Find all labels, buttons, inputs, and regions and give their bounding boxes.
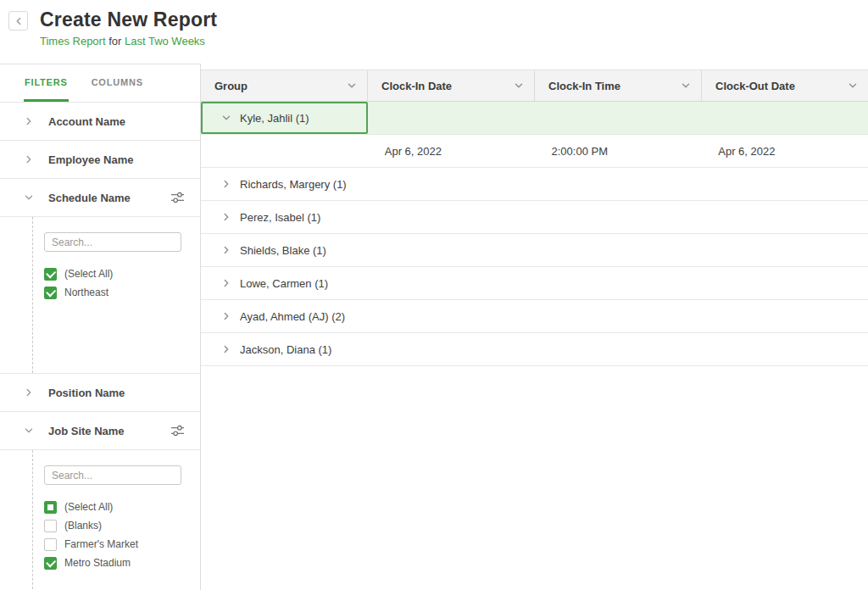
group-row-filler <box>368 201 868 233</box>
checkbox-checked[interactable] <box>44 287 57 299</box>
checkbox-unchecked[interactable] <box>44 538 57 551</box>
filter-search-input[interactable] <box>44 232 181 252</box>
table-group-row[interactable]: Perez, Isabel (1) <box>201 201 868 234</box>
chevron-right-icon <box>24 154 34 164</box>
chevron-left-icon <box>14 16 24 26</box>
group-cell[interactable]: Jackson, Diana (1) <box>201 333 368 365</box>
group-row-filler <box>368 267 868 299</box>
filter-section-employee-name: Employee Name <box>0 141 200 179</box>
filter-option[interactable]: Northeast <box>44 283 185 302</box>
filter-section-label: Account Name <box>48 115 125 128</box>
page-header: Create New Report Times Report for Last … <box>0 0 868 64</box>
filter-section-header[interactable]: Employee Name <box>0 141 200 179</box>
filter-option[interactable]: (Select All) <box>44 498 185 516</box>
filter-panel-body: (Select All)(Blanks)Farmer's MarketMetro… <box>32 450 200 590</box>
chevron-down-icon <box>24 426 34 436</box>
chevron-right-icon <box>221 311 231 321</box>
column-header[interactable]: Clock-In Time <box>535 70 702 101</box>
tab-columns[interactable]: COLUMNS <box>91 64 144 102</box>
column-header-label: Clock-In Time <box>548 80 620 92</box>
filters-sidebar: FILTERSCOLUMNS Account NameEmployee Name… <box>0 64 201 590</box>
column-header[interactable]: Group <box>201 70 368 101</box>
group-row-filler <box>368 300 868 332</box>
filter-panel: (Select All)Northeast <box>0 217 200 374</box>
report-table: GroupClock-In DateClock-In TimeClock-Out… <box>201 64 868 590</box>
filter-section-position-name: Position Name <box>0 374 200 412</box>
chevron-down-icon <box>24 192 34 203</box>
group-cell[interactable]: Kyle, Jahlil (1) <box>201 102 368 134</box>
filter-option[interactable]: Metro Stadium <box>44 554 185 572</box>
filter-option-label: Northeast <box>64 287 108 298</box>
chevron-down-icon[interactable] <box>848 81 858 91</box>
group-cell[interactable]: Shields, Blake (1) <box>201 234 368 266</box>
checkbox-checked[interactable] <box>44 268 57 281</box>
filter-section-header[interactable]: Account Name <box>0 103 200 141</box>
group-cell[interactable]: Richards, Margery (1) <box>201 168 368 200</box>
page-title: Create New Report <box>40 8 217 31</box>
create-report-page: Create New Report Times Report for Last … <box>0 0 868 590</box>
chevron-down-icon <box>221 113 231 123</box>
filter-sections: Account NameEmployee NameSchedule Name(S… <box>0 103 200 590</box>
table-data-row[interactable]: Apr 6, 20222:00:00 PMApr 6, 2022 <box>201 135 868 168</box>
filter-option[interactable]: Farmer's Market <box>44 535 185 554</box>
chevron-right-icon <box>221 179 231 189</box>
column-header-label: Clock-In Date <box>381 80 452 92</box>
report-subtitle: Times Report for Last Two Weeks <box>40 35 217 47</box>
group-row-label: Richards, Margery (1) <box>240 178 347 191</box>
chevron-down-icon[interactable] <box>681 81 691 91</box>
group-row-label: Lowe, Carmen (1) <box>240 277 328 290</box>
filter-option-label: Farmer's Market <box>64 538 138 550</box>
filter-section-header[interactable]: Position Name <box>0 374 200 412</box>
chevron-down-icon[interactable] <box>514 81 524 91</box>
group-cell[interactable]: Ayad, Ahmed (AJ) (2) <box>201 300 368 332</box>
filter-section-label: Employee Name <box>48 153 133 166</box>
filter-section-header[interactable]: Schedule Name <box>0 179 200 217</box>
filter-section-label: Job Site Name <box>48 425 125 437</box>
column-header-label: Group <box>214 80 248 92</box>
column-header[interactable]: Clock-In Date <box>368 70 535 101</box>
content-area: FILTERSCOLUMNS Account NameEmployee Name… <box>0 64 868 590</box>
filter-panel: (Select All)(Blanks)Farmer's MarketMetro… <box>0 450 200 590</box>
filter-search-input[interactable] <box>44 465 181 485</box>
filter-option-label: (Select All) <box>64 268 113 280</box>
filter-section-label: Position Name <box>48 387 125 399</box>
chevron-right-icon <box>24 387 34 398</box>
table-group-row[interactable]: Richards, Margery (1) <box>201 168 868 201</box>
group-row-filler <box>368 333 868 365</box>
group-row-label: Jackson, Diana (1) <box>240 343 331 356</box>
checkbox-checked[interactable] <box>44 557 57 570</box>
group-cell[interactable]: Lowe, Carmen (1) <box>201 267 368 299</box>
filter-option-label: (Select All) <box>64 501 113 513</box>
date-range-link[interactable]: Last Two Weeks <box>125 35 205 47</box>
back-button[interactable] <box>8 11 28 31</box>
checkbox-unchecked[interactable] <box>44 520 57 532</box>
filter-option[interactable]: (Select All) <box>44 264 185 283</box>
table-group-row[interactable]: Kyle, Jahlil (1) <box>201 102 868 135</box>
filter-section-account-name: Account Name <box>0 103 200 141</box>
report-type-link[interactable]: Times Report <box>40 35 106 47</box>
checkbox-partial[interactable] <box>44 501 57 514</box>
filter-settings-icon[interactable] <box>170 192 185 203</box>
filter-option[interactable]: (Blanks) <box>44 516 185 535</box>
filter-section-job-site-name: Job Site Name(Select All)(Blanks)Farmer'… <box>0 412 200 590</box>
table-cell: 2:00:00 PM <box>535 135 702 167</box>
filter-settings-icon[interactable] <box>170 425 185 437</box>
tab-filters[interactable]: FILTERS <box>24 64 69 102</box>
table-group-row[interactable]: Shields, Blake (1) <box>201 234 868 267</box>
group-row-label: Perez, Isabel (1) <box>240 211 320 224</box>
table-group-row[interactable]: Lowe, Carmen (1) <box>201 267 868 300</box>
chevron-right-icon <box>221 344 231 354</box>
table-cell <box>201 135 368 167</box>
group-cell[interactable]: Perez, Isabel (1) <box>201 201 368 233</box>
column-header[interactable]: Clock-Out Date <box>702 70 868 101</box>
group-row-label: Ayad, Ahmed (AJ) (2) <box>240 310 345 323</box>
chevron-down-icon[interactable] <box>347 81 357 91</box>
chevron-right-icon <box>24 116 34 126</box>
filter-option-label: Metro Stadium <box>64 557 131 569</box>
table-header-row: GroupClock-In DateClock-In TimeClock-Out… <box>201 70 868 102</box>
column-header-label: Clock-Out Date <box>715 80 795 92</box>
filter-section-header[interactable]: Job Site Name <box>0 412 200 450</box>
group-row-label: Kyle, Jahlil (1) <box>240 112 309 125</box>
table-group-row[interactable]: Jackson, Diana (1) <box>201 333 868 366</box>
table-group-row[interactable]: Ayad, Ahmed (AJ) (2) <box>201 300 868 333</box>
